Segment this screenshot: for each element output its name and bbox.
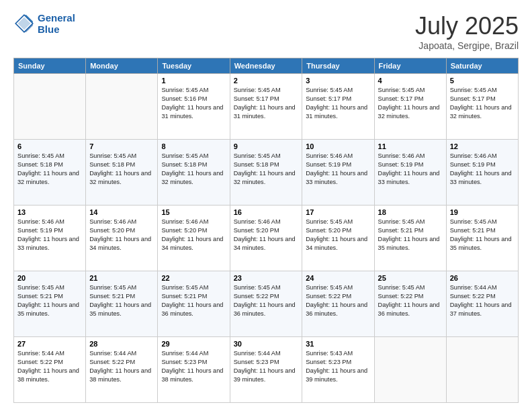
weekday-header-wednesday: Wednesday [230, 58, 302, 74]
calendar-cell: 9Sunrise: 5:45 AM Sunset: 5:18 PM Daylig… [230, 140, 302, 205]
location-title: Japoata, Sergipe, Brazil [415, 40, 519, 51]
calendar-cell: 5Sunrise: 5:45 AM Sunset: 5:17 PM Daylig… [446, 74, 518, 140]
day-info: Sunrise: 5:46 AM Sunset: 5:19 PM Dayligh… [450, 152, 515, 187]
day-info: Sunrise: 5:45 AM Sunset: 5:17 PM Dayligh… [306, 86, 370, 121]
day-info: Sunrise: 5:44 AM Sunset: 5:22 PM Dayligh… [450, 283, 515, 318]
calendar-cell [86, 74, 158, 140]
logo-line2: Blue [38, 24, 75, 35]
day-number: 25 [378, 274, 443, 282]
day-number: 23 [234, 274, 299, 282]
calendar-cell: 2Sunrise: 5:45 AM Sunset: 5:17 PM Daylig… [230, 74, 302, 140]
calendar-cell: 22Sunrise: 5:45 AM Sunset: 5:21 PM Dayli… [158, 271, 230, 337]
day-number: 12 [450, 142, 515, 150]
day-number: 14 [89, 208, 154, 216]
weekday-header-saturday: Saturday [446, 58, 518, 74]
day-info: Sunrise: 5:45 AM Sunset: 5:16 PM Dayligh… [161, 86, 226, 121]
day-info: Sunrise: 5:45 AM Sunset: 5:20 PM Dayligh… [306, 218, 370, 253]
calendar-cell [374, 337, 446, 403]
calendar-cell: 21Sunrise: 5:45 AM Sunset: 5:21 PM Dayli… [86, 271, 158, 337]
week-row-5: 27Sunrise: 5:44 AM Sunset: 5:22 PM Dayli… [14, 337, 519, 403]
calendar-cell: 8Sunrise: 5:45 AM Sunset: 5:18 PM Daylig… [158, 140, 230, 205]
day-number: 26 [450, 274, 515, 282]
calendar-cell: 16Sunrise: 5:46 AM Sunset: 5:20 PM Dayli… [230, 205, 302, 271]
logo: General Blue [13, 12, 75, 36]
calendar-cell: 10Sunrise: 5:46 AM Sunset: 5:19 PM Dayli… [302, 140, 374, 205]
calendar-cell: 19Sunrise: 5:45 AM Sunset: 5:21 PM Dayli… [446, 205, 518, 271]
week-row-1: 1Sunrise: 5:45 AM Sunset: 5:16 PM Daylig… [14, 74, 519, 140]
day-number: 4 [378, 77, 443, 85]
calendar-cell: 14Sunrise: 5:46 AM Sunset: 5:20 PM Dayli… [86, 205, 158, 271]
calendar: SundayMondayTuesdayWednesdayThursdayFrid… [13, 58, 519, 403]
day-number: 24 [306, 274, 370, 282]
day-info: Sunrise: 5:43 AM Sunset: 5:23 PM Dayligh… [306, 349, 370, 384]
day-info: Sunrise: 5:45 AM Sunset: 5:21 PM Dayligh… [450, 218, 515, 253]
week-row-2: 6Sunrise: 5:45 AM Sunset: 5:18 PM Daylig… [14, 140, 519, 205]
day-number: 31 [306, 340, 370, 348]
calendar-cell: 17Sunrise: 5:45 AM Sunset: 5:20 PM Dayli… [302, 205, 374, 271]
day-info: Sunrise: 5:46 AM Sunset: 5:19 PM Dayligh… [378, 152, 443, 187]
day-info: Sunrise: 5:45 AM Sunset: 5:18 PM Dayligh… [234, 152, 299, 187]
calendar-cell: 1Sunrise: 5:45 AM Sunset: 5:16 PM Daylig… [158, 74, 230, 140]
day-info: Sunrise: 5:45 AM Sunset: 5:17 PM Dayligh… [378, 86, 443, 121]
day-number: 20 [17, 274, 82, 282]
weekday-header-tuesday: Tuesday [158, 58, 230, 74]
day-number: 1 [161, 77, 226, 85]
day-info: Sunrise: 5:45 AM Sunset: 5:18 PM Dayligh… [17, 152, 82, 187]
logo-icon [13, 13, 35, 34]
day-number: 17 [306, 208, 370, 216]
title-block: July 2025 Japoata, Sergipe, Brazil [415, 12, 519, 51]
calendar-cell: 23Sunrise: 5:45 AM Sunset: 5:22 PM Dayli… [230, 271, 302, 337]
calendar-cell [14, 74, 86, 140]
day-number: 15 [161, 208, 226, 216]
calendar-cell: 25Sunrise: 5:45 AM Sunset: 5:22 PM Dayli… [374, 271, 446, 337]
day-number: 8 [161, 142, 226, 150]
day-number: 5 [450, 77, 515, 85]
day-info: Sunrise: 5:45 AM Sunset: 5:21 PM Dayligh… [161, 283, 226, 318]
day-number: 16 [234, 208, 299, 216]
calendar-cell: 15Sunrise: 5:46 AM Sunset: 5:20 PM Dayli… [158, 205, 230, 271]
week-row-4: 20Sunrise: 5:45 AM Sunset: 5:21 PM Dayli… [14, 271, 519, 337]
day-number: 7 [89, 142, 154, 150]
calendar-cell: 27Sunrise: 5:44 AM Sunset: 5:22 PM Dayli… [14, 337, 86, 403]
calendar-cell: 30Sunrise: 5:44 AM Sunset: 5:23 PM Dayli… [230, 337, 302, 403]
day-info: Sunrise: 5:44 AM Sunset: 5:23 PM Dayligh… [161, 349, 226, 384]
calendar-cell: 11Sunrise: 5:46 AM Sunset: 5:19 PM Dayli… [374, 140, 446, 205]
weekday-header-thursday: Thursday [302, 58, 374, 74]
day-info: Sunrise: 5:45 AM Sunset: 5:21 PM Dayligh… [17, 283, 82, 318]
day-number: 3 [306, 77, 370, 85]
day-number: 10 [306, 142, 370, 150]
day-info: Sunrise: 5:46 AM Sunset: 5:20 PM Dayligh… [161, 218, 226, 253]
day-info: Sunrise: 5:45 AM Sunset: 5:22 PM Dayligh… [378, 283, 443, 318]
calendar-cell: 4Sunrise: 5:45 AM Sunset: 5:17 PM Daylig… [374, 74, 446, 140]
calendar-cell: 6Sunrise: 5:45 AM Sunset: 5:18 PM Daylig… [14, 140, 86, 205]
calendar-cell: 7Sunrise: 5:45 AM Sunset: 5:18 PM Daylig… [86, 140, 158, 205]
header: General Blue July 2025 Japoata, Sergipe,… [13, 12, 519, 51]
logo-line1: General [38, 12, 75, 24]
day-info: Sunrise: 5:44 AM Sunset: 5:23 PM Dayligh… [234, 349, 299, 384]
day-info: Sunrise: 5:45 AM Sunset: 5:21 PM Dayligh… [89, 283, 154, 318]
day-number: 30 [234, 340, 299, 348]
day-info: Sunrise: 5:45 AM Sunset: 5:22 PM Dayligh… [306, 283, 370, 318]
calendar-cell [446, 337, 518, 403]
day-number: 28 [89, 340, 154, 348]
day-info: Sunrise: 5:45 AM Sunset: 5:17 PM Dayligh… [234, 86, 299, 121]
month-title: July 2025 [415, 12, 519, 40]
day-number: 22 [161, 274, 226, 282]
logo-text: General Blue [38, 12, 75, 36]
day-number: 9 [234, 142, 299, 150]
calendar-cell: 24Sunrise: 5:45 AM Sunset: 5:22 PM Dayli… [302, 271, 374, 337]
day-info: Sunrise: 5:45 AM Sunset: 5:18 PM Dayligh… [161, 152, 226, 187]
day-info: Sunrise: 5:44 AM Sunset: 5:22 PM Dayligh… [17, 349, 82, 384]
week-row-3: 13Sunrise: 5:46 AM Sunset: 5:19 PM Dayli… [14, 205, 519, 271]
day-number: 19 [450, 208, 515, 216]
day-info: Sunrise: 5:46 AM Sunset: 5:19 PM Dayligh… [306, 152, 370, 187]
day-info: Sunrise: 5:45 AM Sunset: 5:18 PM Dayligh… [89, 152, 154, 187]
day-number: 6 [17, 142, 82, 150]
page: General Blue July 2025 Japoata, Sergipe,… [0, 0, 532, 411]
day-info: Sunrise: 5:45 AM Sunset: 5:22 PM Dayligh… [234, 283, 299, 318]
calendar-cell: 3Sunrise: 5:45 AM Sunset: 5:17 PM Daylig… [302, 74, 374, 140]
calendar-cell: 29Sunrise: 5:44 AM Sunset: 5:23 PM Dayli… [158, 337, 230, 403]
calendar-cell: 31Sunrise: 5:43 AM Sunset: 5:23 PM Dayli… [302, 337, 374, 403]
day-number: 2 [234, 77, 299, 85]
day-number: 11 [378, 142, 443, 150]
